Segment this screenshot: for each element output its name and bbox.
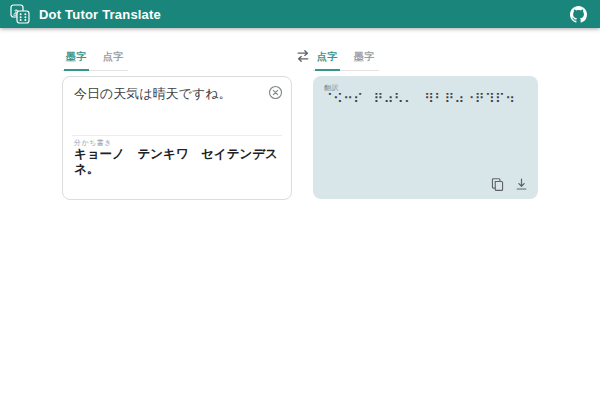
source-card: 今日の天気は晴天ですね。 分かち書き キョーノ テンキワ セイテンデスネ。 [62, 76, 292, 200]
tab-sumiji-source[interactable]: 墨字 [64, 47, 89, 71]
output-tabbar: 点字 墨字 [313, 47, 379, 71]
copy-icon [490, 177, 505, 192]
clear-circle-icon [268, 85, 283, 100]
download-button[interactable] [513, 176, 529, 192]
source-panel: 墨字 点字 今日の天気は晴天ですね。 分かち書き キョーノ テンキワ セイテンデ… [62, 46, 292, 200]
card-divider [72, 135, 282, 136]
copy-button[interactable] [489, 176, 505, 192]
swap-horizontal-icon [295, 48, 311, 64]
tab-tenji-source[interactable]: 点字 [101, 47, 126, 71]
clear-input-button[interactable] [267, 85, 283, 101]
tab-tenji-output[interactable]: 点字 [315, 47, 340, 71]
download-icon [514, 177, 529, 192]
swap-direction-button[interactable] [295, 48, 311, 64]
github-link-button[interactable] [568, 4, 588, 24]
segmentation-text: キョーノ テンキワ セイテンデスネ。 [74, 147, 281, 177]
source-text-input[interactable]: 今日の天気は晴天ですね。 [74, 86, 259, 101]
source-tabbar: 墨字 点字 [62, 47, 128, 71]
tab-sumiji-output[interactable]: 墨字 [352, 47, 377, 71]
output-panel: 点字 墨字 翻訳 ⠈⠪⠒⠎⠀⠟⠴⠣⠄⠀⠻⠃⠟⠴⠐⠟⠹⠏⠲ [313, 46, 538, 199]
output-actions [489, 176, 529, 192]
github-icon [570, 6, 587, 23]
output-card: 翻訳 ⠈⠪⠒⠎⠀⠟⠴⠣⠄⠀⠻⠃⠟⠴⠐⠟⠹⠏⠲ [313, 76, 538, 199]
app-title: Dot Tutor Translate [39, 7, 161, 22]
braille-kana-logo-icon: あ [10, 4, 30, 24]
app-header: あ Dot Tutor Translate [0, 0, 600, 28]
braille-output-text: ⠈⠪⠒⠎⠀⠟⠴⠣⠄⠀⠻⠃⠟⠴⠐⠟⠹⠏⠲ [323, 91, 530, 107]
